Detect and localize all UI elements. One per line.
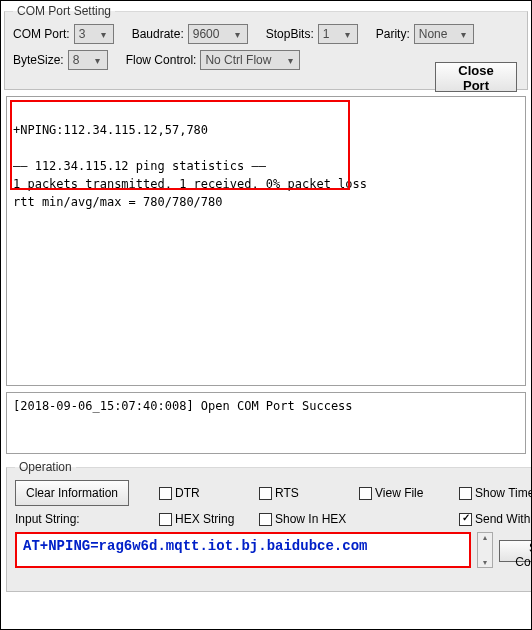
baudrate-select[interactable]: 9600▾ xyxy=(188,24,248,44)
com-port-setting-panel: COM Port Setting COM Port: 3▾ Baudrate: … xyxy=(4,4,528,90)
chevron-down-icon: ▾ xyxy=(483,558,487,567)
input-string-field[interactable]: AT+NPING=rag6w6d.mqtt.iot.bj.baidubce.co… xyxy=(15,532,471,568)
chevron-down-icon: ▾ xyxy=(231,29,245,40)
com-port-setting-legend: COM Port Setting xyxy=(13,4,115,18)
baudrate-label: Baudrate: xyxy=(132,27,184,41)
input-string-value: AT+NPING=rag6w6d.mqtt.iot.bj.baidubce.co… xyxy=(23,538,367,554)
chevron-down-icon: ▾ xyxy=(457,29,471,40)
operation-panel: Operation Clear Information DTR RTS View… xyxy=(6,460,532,592)
chevron-up-icon: ▴ xyxy=(483,533,487,542)
input-string-label: Input String: xyxy=(15,512,80,526)
rts-checkbox[interactable]: RTS xyxy=(259,486,359,500)
chevron-down-icon: ▾ xyxy=(341,29,355,40)
log-text: [2018-09-06_15:07:40:008] Open COM Port … xyxy=(13,399,353,413)
output-textarea[interactable]: +NPING:112.34.115.12,57,780 —— 112.34.11… xyxy=(6,96,526,386)
com-port-label: COM Port: xyxy=(13,27,70,41)
chevron-down-icon: ▾ xyxy=(283,55,297,66)
dtr-checkbox[interactable]: DTR xyxy=(159,486,259,500)
send-command-button[interactable]: Send Command xyxy=(499,540,532,562)
stopbits-label: StopBits: xyxy=(266,27,314,41)
stopbits-select[interactable]: 1▾ xyxy=(318,24,358,44)
chevron-down-icon: ▾ xyxy=(97,29,111,40)
com-port-select[interactable]: 3▾ xyxy=(74,24,114,44)
log-textarea[interactable]: [2018-09-06_15:07:40:008] Open COM Port … xyxy=(6,392,526,454)
show-time-checkbox[interactable]: Show Time xyxy=(459,486,532,500)
bytesize-label: ByteSize: xyxy=(13,53,64,67)
show-in-hex-checkbox[interactable]: Show In HEX xyxy=(259,512,359,526)
close-port-button[interactable]: Close Port xyxy=(435,62,517,92)
hex-string-checkbox[interactable]: HEX String xyxy=(159,512,259,526)
clear-information-button[interactable]: Clear Information xyxy=(15,480,129,506)
chevron-down-icon: ▾ xyxy=(91,55,105,66)
operation-legend: Operation xyxy=(15,460,76,474)
flowcontrol-select[interactable]: No Ctrl Flow▾ xyxy=(200,50,300,70)
parity-select[interactable]: None▾ xyxy=(414,24,474,44)
send-with-enter-checkbox[interactable]: Send With Enter xyxy=(459,512,532,526)
bytesize-select[interactable]: 8▾ xyxy=(68,50,108,70)
view-file-checkbox[interactable]: View File xyxy=(359,486,459,500)
flowcontrol-label: Flow Control: xyxy=(126,53,197,67)
output-text: +NPING:112.34.115.12,57,780 —— 112.34.11… xyxy=(13,123,367,209)
input-scrollbar[interactable]: ▴ ▾ xyxy=(477,532,493,568)
parity-label: Parity: xyxy=(376,27,410,41)
